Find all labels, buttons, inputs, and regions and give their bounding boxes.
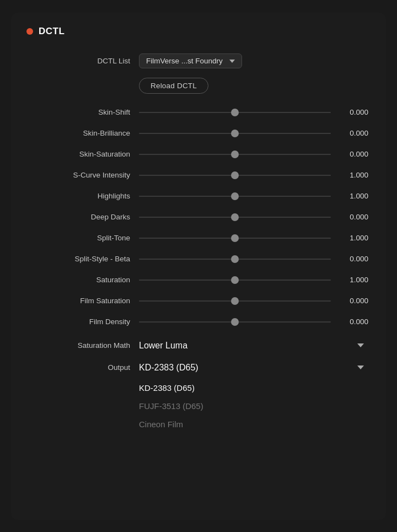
slider-track <box>139 321 331 323</box>
reload-dctl-button[interactable]: Reload DCTL <box>139 78 208 94</box>
param-label: Film Saturation <box>29 297 139 305</box>
slider-knob[interactable] <box>231 192 239 200</box>
slider-area[interactable] <box>139 238 331 239</box>
slider-track <box>139 154 331 155</box>
dctl-list-chevron-icon <box>229 60 235 63</box>
param-row: S-Curve Intensity1.000 <box>26 165 371 186</box>
param-value: 1.000 <box>331 171 368 179</box>
slider-area[interactable] <box>139 112 331 113</box>
slider-track <box>139 112 331 113</box>
output-option-item[interactable]: FUJF-3513 (D65) <box>137 397 326 415</box>
param-label: Skin-Shift <box>29 108 139 116</box>
output-row: Output KD-2383 (D65) <box>26 357 371 379</box>
saturation-math-chevron-icon <box>357 343 364 347</box>
slider-knob[interactable] <box>231 151 239 158</box>
param-value: 0.000 <box>331 297 368 305</box>
param-value: 1.000 <box>331 276 368 284</box>
output-label: Output <box>29 363 139 372</box>
slider-track <box>139 259 331 260</box>
param-value: 0.000 <box>331 255 368 263</box>
dctl-list-value: FilmVerse ...st Foundry <box>146 57 223 65</box>
param-row: Highlights1.000 <box>26 186 371 207</box>
param-label: Skin-Brilliance <box>29 129 139 137</box>
panel-header: DCTL <box>26 26 371 37</box>
param-value: 1.000 <box>331 234 368 242</box>
param-value: 0.000 <box>331 108 368 116</box>
param-row: Deep Darks0.000 <box>26 207 371 228</box>
param-row: Film Saturation0.000 <box>26 291 371 311</box>
output-option-item[interactable]: Cineon Film <box>137 415 326 433</box>
controls-section: DCTL List FilmVerse ...st Foundry Reload… <box>26 50 371 433</box>
param-label: Split-Tone <box>29 234 139 242</box>
slider-area[interactable] <box>139 217 331 218</box>
slider-area[interactable] <box>139 259 331 260</box>
param-value: 0.000 <box>331 150 368 158</box>
status-dot <box>26 28 33 35</box>
param-label: Deep Darks <box>29 213 139 221</box>
saturation-math-value: Lower Luma <box>139 341 357 351</box>
param-label: Highlights <box>29 192 139 200</box>
slider-track <box>139 133 331 134</box>
saturation-math-row: Saturation Math Lower Luma <box>26 335 371 357</box>
slider-area[interactable] <box>139 133 331 134</box>
param-label: Film Density <box>29 318 139 326</box>
slider-knob[interactable] <box>231 297 239 305</box>
panel-title: DCTL <box>39 26 65 37</box>
param-label: Saturation <box>29 276 139 284</box>
reload-row: Reload DCTL <box>26 74 371 98</box>
slider-knob[interactable] <box>231 276 239 284</box>
slider-track <box>139 300 331 302</box>
slider-area[interactable] <box>139 196 331 197</box>
saturation-math-label: Saturation Math <box>29 341 139 350</box>
param-label: S-Curve Intensity <box>29 171 139 179</box>
output-value: KD-2383 (D65) <box>139 363 357 373</box>
slider-knob[interactable] <box>231 171 239 179</box>
slider-knob[interactable] <box>231 213 239 221</box>
params-container: Skin-Shift0.000Skin-Brilliance0.000Skin-… <box>26 102 371 332</box>
dctl-list-label: DCTL List <box>29 57 139 65</box>
param-row: Skin-Shift0.000 <box>26 102 371 123</box>
slider-track <box>139 217 331 218</box>
param-value: 1.000 <box>331 192 368 200</box>
slider-knob[interactable] <box>231 234 239 242</box>
param-value: 0.000 <box>331 318 368 326</box>
output-option-item[interactable]: KD-2383 (D65) <box>137 379 326 397</box>
slider-area[interactable] <box>139 300 331 302</box>
slider-area[interactable] <box>139 175 331 176</box>
slider-track <box>139 175 331 176</box>
slider-knob[interactable] <box>231 130 239 137</box>
param-row: Split-Style - Beta0.000 <box>26 249 371 270</box>
param-row: Film Density0.000 <box>26 311 371 332</box>
slider-track <box>139 280 331 281</box>
dctl-list-dropdown[interactable]: FilmVerse ...st Foundry <box>139 53 242 68</box>
slider-knob[interactable] <box>231 318 239 326</box>
slider-area[interactable] <box>139 154 331 155</box>
param-row: Saturation1.000 <box>26 270 371 291</box>
dctl-list-row: DCTL List FilmVerse ...st Foundry <box>26 50 371 72</box>
param-value: 0.000 <box>331 129 368 137</box>
param-row: Skin-Saturation0.000 <box>26 144 371 165</box>
dctl-panel: DCTL DCTL List FilmVerse ...st Foundry R… <box>11 13 386 520</box>
param-label: Skin-Saturation <box>29 150 139 158</box>
slider-knob[interactable] <box>231 255 239 263</box>
param-row: Split-Tone1.000 <box>26 228 371 249</box>
slider-area[interactable] <box>139 321 331 323</box>
param-value: 0.000 <box>331 213 368 221</box>
param-label: Split-Style - Beta <box>29 255 139 263</box>
slider-area[interactable] <box>139 280 331 281</box>
slider-track <box>139 196 331 197</box>
slider-knob[interactable] <box>231 109 239 116</box>
param-row: Skin-Brilliance0.000 <box>26 123 371 144</box>
slider-track <box>139 238 331 239</box>
output-dropdown-options: KD-2383 (D65)FUJF-3513 (D65)Cineon Film <box>26 379 371 433</box>
output-chevron-icon <box>357 366 364 369</box>
